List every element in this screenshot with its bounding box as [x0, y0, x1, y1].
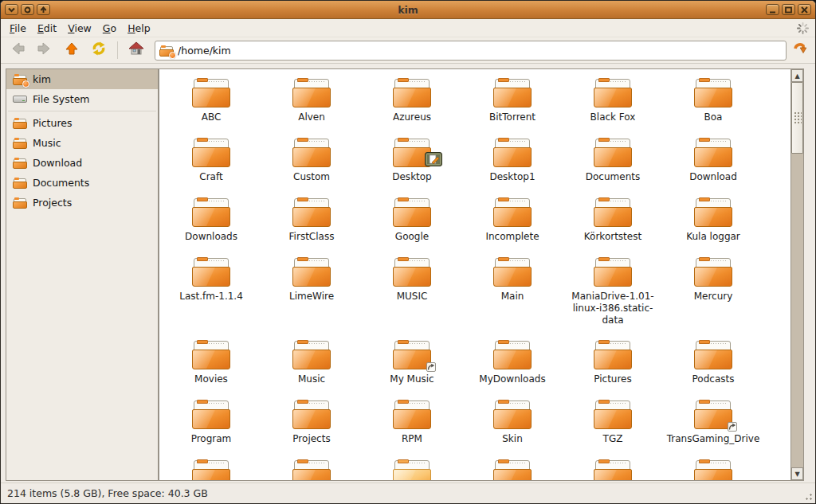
file-item-partial[interactable]: [161, 459, 261, 480]
sidebar-item-download[interactable]: Download: [6, 153, 158, 173]
file-item-partial[interactable]: [462, 459, 563, 480]
icon-view[interactable]: ABCAlvenAzureusBitTorrentBlack FoxBoaCra…: [159, 69, 790, 480]
file-icon-wrap: [192, 197, 230, 227]
sidebar: kimFile SystemPicturesMusicDownloadDocum…: [6, 68, 159, 481]
file-item[interactable]: Podcasts: [663, 339, 763, 399]
go-button[interactable]: [790, 40, 810, 61]
arrow-up-icon: [39, 6, 48, 14]
file-item[interactable]: Desktop: [362, 137, 462, 197]
file-label: Black Fox: [590, 111, 636, 123]
file-item-partial[interactable]: [663, 459, 763, 480]
file-item[interactable]: LimeWire: [261, 256, 362, 339]
file-icon-wrap: [292, 339, 331, 369]
folder-icon: [393, 197, 431, 227]
file-item[interactable]: Downloads: [161, 197, 261, 256]
file-item[interactable]: ABC: [161, 77, 261, 137]
reload-button[interactable]: [87, 40, 111, 61]
window-close-button[interactable]: [798, 4, 811, 15]
file-item[interactable]: BitTorrent: [462, 77, 563, 137]
window-sticky-button[interactable]: [21, 4, 34, 15]
file-item[interactable]: ManiaDrive-1.01-linux-i386.static-data: [563, 256, 663, 339]
file-icon-wrap: [393, 399, 431, 429]
file-label: Music: [298, 373, 325, 385]
file-icon-wrap: [192, 77, 230, 107]
location-input[interactable]: [155, 41, 787, 61]
file-item[interactable]: Pictures: [563, 339, 663, 399]
file-item[interactable]: Kula loggar: [663, 197, 763, 256]
window-shade-button[interactable]: [5, 4, 18, 15]
file-item[interactable]: Black Fox: [563, 77, 663, 137]
file-icon-wrap: [694, 399, 732, 429]
sidebar-item-label: Download: [33, 157, 82, 169]
file-item-partial[interactable]: [563, 459, 663, 480]
menu-edit[interactable]: Edit: [32, 20, 62, 37]
file-item[interactable]: Skin: [462, 399, 563, 459]
up-button[interactable]: [60, 40, 84, 61]
scroll-up-button[interactable]: ▲: [791, 69, 803, 82]
file-item[interactable]: Download: [663, 137, 763, 197]
file-item[interactable]: Alven: [261, 77, 362, 137]
sidebar-item-pictures[interactable]: Pictures: [6, 113, 158, 133]
menu-go[interactable]: Go: [97, 20, 122, 37]
home-button[interactable]: [124, 40, 148, 61]
folder-icon: [594, 339, 632, 369]
file-icon-wrap: [393, 77, 431, 107]
file-item[interactable]: MyDownloads: [462, 339, 563, 399]
menu-view[interactable]: View: [62, 20, 97, 37]
sidebar-item-music[interactable]: Music: [6, 133, 158, 153]
back-button[interactable]: [6, 40, 29, 61]
file-item[interactable]: Custom: [261, 137, 362, 197]
file-item[interactable]: MUSIC: [362, 256, 462, 339]
file-item[interactable]: My Music: [362, 339, 462, 399]
file-item[interactable]: FirstClass: [261, 197, 362, 256]
file-item-partial[interactable]: [362, 459, 462, 480]
scrollbar-track[interactable]: [791, 82, 803, 467]
file-item[interactable]: Incomplete: [462, 197, 563, 256]
sidebar-item-documents[interactable]: Documents: [6, 173, 158, 193]
file-item-partial[interactable]: [261, 459, 362, 480]
file-item[interactable]: Last.fm-1.1.4: [161, 256, 261, 339]
file-item[interactable]: Main: [462, 256, 563, 339]
symlink-emblem-icon: [426, 362, 436, 372]
sidebar-item-file-system[interactable]: File System: [6, 89, 158, 109]
folder-icon: [292, 256, 331, 287]
file-item[interactable]: Azureus: [362, 77, 462, 137]
file-item[interactable]: TransGaming_Drive: [663, 399, 763, 459]
scrollbar-thumb[interactable]: [791, 82, 803, 154]
file-item[interactable]: Boa: [663, 77, 763, 137]
file-item[interactable]: Mercury: [663, 256, 763, 339]
file-item[interactable]: Projects: [261, 399, 362, 459]
scroll-down-button[interactable]: ▼: [791, 467, 803, 480]
file-item[interactable]: RPM: [362, 399, 462, 459]
folder-icon: [192, 399, 230, 429]
file-item[interactable]: Körkortstest: [563, 197, 663, 256]
file-item[interactable]: TGZ: [563, 399, 663, 459]
file-item[interactable]: Documents: [563, 137, 663, 197]
file-item[interactable]: Program: [161, 399, 261, 459]
resize-grip[interactable]: [802, 490, 813, 501]
file-item[interactable]: Music: [261, 339, 362, 399]
folder-icon: [694, 399, 732, 429]
folder-icon: [292, 137, 331, 167]
file-item[interactable]: Movies: [161, 339, 261, 399]
menu-file[interactable]: File: [4, 20, 32, 37]
file-item[interactable]: Desktop1: [462, 137, 563, 197]
desktop-emblem-icon: [425, 152, 442, 170]
folder-icon: [393, 459, 431, 480]
file-icon-wrap: [493, 399, 532, 429]
menu-help[interactable]: Help: [122, 20, 156, 37]
window-maximize-button[interactable]: [782, 4, 795, 15]
vertical-scrollbar[interactable]: ▲ ▼: [790, 69, 803, 480]
folder-icon: [393, 339, 431, 369]
file-icon-wrap: [292, 137, 331, 167]
forward-button[interactable]: [33, 40, 57, 61]
content-area: kimFile SystemPicturesMusicDownloadDocum…: [1, 64, 815, 483]
file-icon-wrap: [192, 459, 230, 480]
titlebar[interactable]: kim: [1, 1, 815, 19]
sidebar-item-projects[interactable]: Projects: [6, 193, 158, 213]
window-minimize-button[interactable]: [766, 4, 779, 15]
file-item[interactable]: Craft: [161, 137, 261, 197]
window-raise-button[interactable]: [37, 4, 50, 15]
sidebar-item-kim[interactable]: kim: [6, 69, 158, 89]
file-item[interactable]: Google: [362, 197, 462, 256]
